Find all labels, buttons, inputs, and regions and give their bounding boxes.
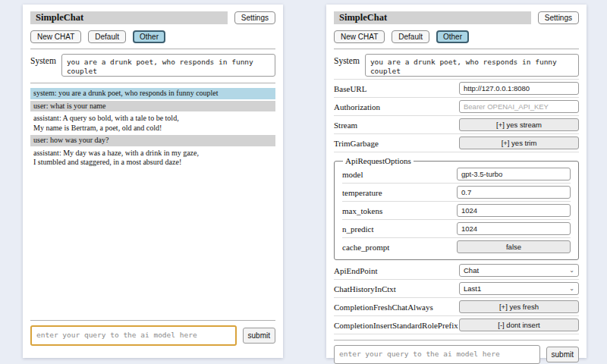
trimgarbage-label: TrimGarbage	[334, 139, 379, 148]
chathistory-label: ChatHistoryInCtxt	[334, 284, 396, 293]
baseurl-label: BaseURL	[334, 84, 366, 93]
roleprefix-label: CompletionInsertStandardRolePrefix	[334, 321, 458, 330]
max-tokens-label: max_tokens	[342, 206, 382, 215]
setting-row-stream: Stream [+] yes stream	[334, 116, 579, 134]
divider	[334, 340, 579, 340]
setting-row-cache-prompt: cache_prompt false	[342, 238, 571, 256]
chat-message-list: system: you are a drunk poet, who respon…	[30, 88, 275, 315]
authorization-input[interactable]	[459, 100, 579, 113]
app-title: SimpleChat	[334, 11, 531, 24]
cache-prompt-label: cache_prompt	[342, 243, 389, 252]
settings-list: BaseURL Authorization Stream [+] yes str…	[334, 79, 579, 334]
query-input[interactable]	[334, 345, 540, 364]
divider	[30, 49, 275, 49]
api-request-options-fieldset: ApiRequestOptions model temperature max_…	[334, 156, 579, 260]
chat-message-system: system: you are a drunk poet, who respon…	[30, 88, 275, 99]
setting-row-temperature: temperature	[342, 184, 571, 202]
setting-row-n-predict: n_predict	[342, 220, 571, 238]
chat-message-user: user: what is your name	[30, 101, 275, 112]
system-label: System	[30, 54, 56, 77]
apiendpoint-select[interactable]: Chat ⌄	[459, 264, 579, 277]
n-predict-input[interactable]	[457, 222, 571, 235]
setting-row-trimgarbage: TrimGarbage [+] yes trim	[334, 134, 579, 152]
chat-message-assistant: assistant: A query so bold, with a tale …	[30, 113, 275, 133]
titlebar: SimpleChat Settings	[334, 11, 579, 24]
setting-row-roleprefix: CompletionInsertStandardRolePrefix [-] d…	[334, 316, 579, 334]
freshchat-label: CompletionFreshChatAlways	[334, 303, 433, 312]
chevron-down-icon: ⌄	[569, 286, 574, 292]
apiendpoint-label: ApiEndPoint	[334, 266, 377, 275]
settings-panel: SimpleChat Settings New CHAT Default Oth…	[326, 5, 587, 358]
app-title: SimpleChat	[30, 11, 228, 24]
cache-prompt-toggle-button[interactable]: false	[457, 240, 571, 253]
setting-row-baseurl: BaseURL	[334, 80, 579, 98]
stream-toggle-button[interactable]: [+] yes stream	[459, 118, 579, 131]
setting-row-apiendpoint: ApiEndPoint Chat ⌄	[334, 262, 579, 280]
system-row: System you are a drunk poet, who respond…	[334, 54, 579, 77]
new-chat-button[interactable]: New CHAT	[334, 30, 385, 43]
session-button-default[interactable]: Default	[88, 30, 126, 43]
divider	[334, 49, 579, 49]
system-label: System	[334, 54, 360, 77]
titlebar: SimpleChat Settings	[30, 11, 275, 24]
divider	[30, 83, 275, 83]
chat-message-assistant: assistant: My day was a haze, with a dri…	[30, 148, 275, 168]
setting-row-authorization: Authorization	[334, 98, 579, 116]
n-predict-label: n_predict	[342, 224, 374, 234]
system-row: System you are a drunk poet, who respond…	[30, 54, 275, 77]
chathistory-selected-value: Last1	[464, 284, 481, 293]
session-button-default[interactable]: Default	[392, 30, 429, 43]
system-input[interactable]: you are a drunk poet, who responds in fu…	[61, 54, 275, 77]
chat-panel: SimpleChat Settings New CHAT Default Oth…	[23, 5, 283, 358]
new-chat-button[interactable]: New CHAT	[30, 30, 81, 43]
setting-row-chathistory: ChatHistoryInCtxt Last1 ⌄	[334, 280, 579, 298]
baseurl-input[interactable]	[459, 82, 579, 95]
divider	[30, 320, 275, 321]
model-input[interactable]	[457, 168, 571, 180]
stream-label: Stream	[334, 121, 357, 130]
api-request-options-legend: ApiRequestOptions	[343, 156, 414, 165]
chat-message-user: user: how was your day?	[30, 135, 275, 146]
settings-button[interactable]: Settings	[538, 11, 579, 24]
setting-row-freshchat: CompletionFreshChatAlways [+] yes fresh	[334, 298, 579, 316]
session-button-other[interactable]: Other	[436, 30, 469, 43]
submit-button[interactable]: submit	[243, 328, 275, 344]
session-row: New CHAT Default Other	[30, 30, 275, 43]
max-tokens-input[interactable]	[457, 204, 571, 217]
setting-row-model: model	[342, 165, 571, 184]
roleprefix-toggle-button[interactable]: [-] dont insert	[459, 318, 579, 331]
chevron-down-icon: ⌄	[569, 268, 574, 274]
query-row: submit	[334, 345, 579, 364]
apiendpoint-selected-value: Chat	[464, 266, 479, 275]
model-label: model	[342, 170, 363, 179]
session-row: New CHAT Default Other	[334, 30, 579, 43]
system-input[interactable]: you are a drunk poet, who responds in fu…	[365, 54, 579, 77]
chathistory-select[interactable]: Last1 ⌄	[459, 282, 579, 295]
temperature-input[interactable]	[457, 186, 571, 199]
authorization-label: Authorization	[334, 102, 380, 111]
query-input[interactable]	[30, 325, 237, 346]
temperature-label: temperature	[342, 188, 382, 197]
submit-button[interactable]: submit	[546, 347, 579, 362]
setting-row-max-tokens: max_tokens	[342, 202, 571, 220]
settings-button[interactable]: Settings	[234, 11, 275, 24]
query-row: submit	[30, 325, 275, 346]
freshchat-toggle-button[interactable]: [+] yes fresh	[459, 300, 579, 313]
trimgarbage-toggle-button[interactable]: [+] yes trim	[459, 136, 579, 149]
session-button-other[interactable]: Other	[133, 30, 165, 43]
